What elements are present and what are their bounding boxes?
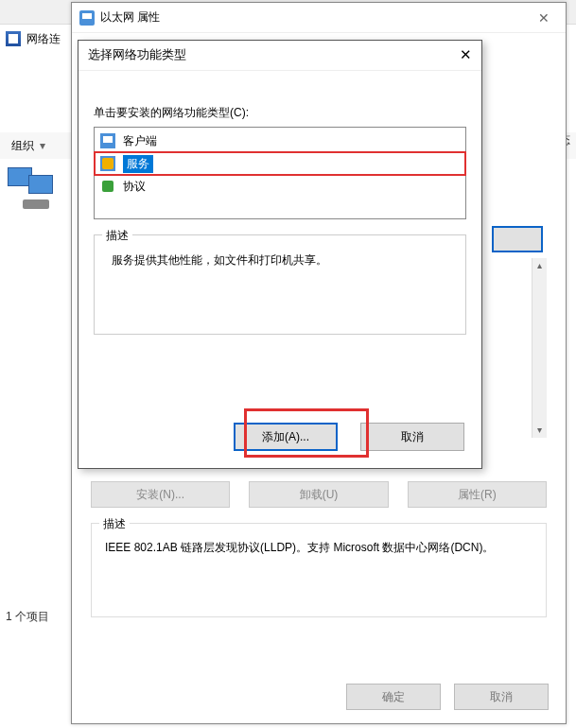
list-item-label: 服务 [123, 155, 153, 173]
ok-button[interactable]: 确定 [346, 684, 441, 710]
close-icon[interactable]: ✕ [522, 3, 566, 33]
description-group-label: 描述 [102, 228, 132, 244]
list-item-client[interactable]: 客户端 [95, 130, 465, 152]
toolbar-separator: ▾ [40, 139, 45, 152]
service-icon [100, 156, 115, 171]
scroll-down-icon[interactable]: ▾ [537, 423, 542, 438]
uninstall-button[interactable]: 卸载(U) [249, 481, 388, 508]
ethernet-icon [79, 10, 95, 26]
add-button[interactable]: 添加(A)... [234, 423, 338, 451]
configure-button[interactable] [492, 226, 543, 252]
ethernet-dialog-titlebar[interactable]: 以太网 属性 ✕ [72, 3, 566, 33]
scroll-up-icon[interactable]: ▴ [537, 258, 542, 273]
select-feature-type-dialog: 选择网络功能类型 ✕ 单击要安装的网络功能类型(C): 客户端 服务 协议 描述… [78, 40, 482, 469]
description-text: 服务提供其他性能，如文件和打印机共享。 [112, 252, 452, 269]
list-item-service[interactable]: 服务 [95, 152, 465, 175]
status-bar-count: 1 个项目 [6, 609, 49, 625]
properties-button[interactable]: 属性(R) [408, 481, 547, 508]
protocol-icon [100, 179, 115, 194]
select-feature-dialog-titlebar[interactable]: 选择网络功能类型 ✕ [79, 41, 481, 71]
prompt-label: 单击要安装的网络功能类型(C): [94, 105, 466, 121]
ethernet-adapter-icon [8, 165, 55, 215]
description-group-label: 描述 [99, 516, 130, 532]
adapter-item[interactable] [8, 165, 55, 215]
list-item-protocol[interactable]: 协议 [95, 175, 465, 198]
list-item-label: 客户端 [123, 133, 157, 149]
select-feature-dialog-title: 选择网络功能类型 [88, 47, 186, 63]
description-group: 描述 服务提供其他性能，如文件和打印机共享。 [94, 234, 466, 335]
list-item-label: 协议 [123, 179, 146, 195]
description-text: IEEE 802.1AB 链路层发现协议(LLDP)。支持 Microsoft … [105, 539, 532, 557]
ethernet-dialog-title: 以太网 属性 [100, 9, 160, 26]
cancel-button[interactable]: 取消 [360, 423, 464, 451]
client-icon [100, 133, 115, 148]
network-connections-icon [6, 31, 21, 46]
cancel-button[interactable]: 取消 [454, 684, 549, 710]
network-connections-label: 网络连 [26, 31, 61, 47]
install-button[interactable]: 安装(N)... [91, 481, 230, 508]
organize-menu[interactable]: 组织 [11, 138, 34, 154]
feature-type-list[interactable]: 客户端 服务 协议 [94, 127, 466, 219]
close-icon[interactable]: ✕ [455, 44, 476, 65]
